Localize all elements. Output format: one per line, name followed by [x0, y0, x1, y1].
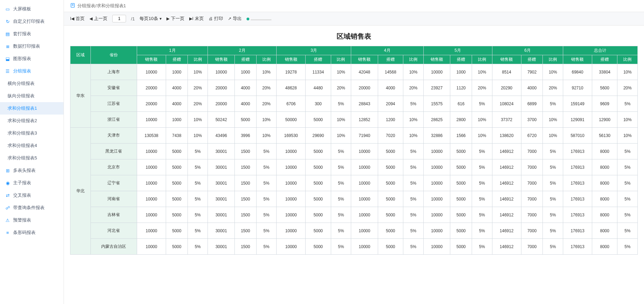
- data-cell: 5%: [617, 223, 638, 239]
- data-cell: 616: [450, 96, 472, 112]
- data-cell: 92710: [563, 80, 592, 96]
- data-cell: 37372: [492, 112, 521, 128]
- zoom-slider[interactable]: [247, 16, 271, 21]
- header-metric: 销售额: [137, 55, 166, 64]
- data-cell: 146912: [492, 159, 521, 175]
- data-cell: 10%: [472, 64, 492, 80]
- data-cell: 10%: [403, 64, 424, 80]
- data-cell: 10%: [256, 128, 277, 144]
- sidebar-item-8[interactable]: ⇄交叉报表: [0, 189, 64, 202]
- sidebar-item-10[interactable]: ⚠预警报表: [0, 214, 64, 226]
- province-cell: 上海市: [90, 64, 137, 80]
- data-cell: 5%: [256, 191, 277, 207]
- sidebar-item-0[interactable]: ▭大屏模板: [0, 3, 64, 15]
- data-cell: 5%: [472, 175, 492, 191]
- sidebar-sub-item-6[interactable]: 求和分组报表5: [0, 152, 64, 164]
- data-cell: 12852: [351, 112, 378, 128]
- data-cell: 5%: [617, 175, 638, 191]
- sidebar-item-label: 数据打印报表: [13, 43, 40, 49]
- data-cell: 5000: [306, 144, 331, 159]
- data-cell: 5%: [543, 144, 563, 159]
- data-cell: 176913: [563, 144, 592, 159]
- data-cell: 4000: [234, 80, 256, 96]
- first-page-button[interactable]: I◀首页: [70, 16, 85, 22]
- last-page-button[interactable]: ▶I末页: [189, 16, 204, 22]
- barcode-icon: ≡: [5, 230, 10, 235]
- data-cell: 10000: [351, 191, 378, 207]
- header-metric: 搭赠: [306, 55, 331, 64]
- prev-page-button[interactable]: ◀上一页: [89, 16, 107, 22]
- data-cell: 10%: [188, 64, 208, 80]
- sidebar-item-9[interactable]: ☍带查询条件报表: [0, 202, 64, 214]
- sidebar-item-1[interactable]: ↻自定义打印报表: [0, 15, 64, 28]
- sidebar-sub-item-5[interactable]: 求和分组报表4: [0, 139, 64, 152]
- sidebar-item-label: 自定义打印报表: [13, 18, 45, 24]
- data-cell: 129091: [563, 112, 592, 128]
- data-cell: 7438: [166, 128, 188, 144]
- filter-icon: ☍: [5, 205, 10, 210]
- export-button[interactable]: ↗导出: [228, 16, 242, 22]
- data-cell: 20%: [188, 96, 208, 112]
- sidebar-item-7[interactable]: ◉主子报表: [0, 177, 64, 189]
- data-cell: 5000: [166, 144, 188, 159]
- data-cell: 71940: [351, 128, 378, 144]
- table-row: 内蒙古自治区1000050005%3000115005%1000050005%1…: [70, 239, 638, 255]
- header-metric: 比例: [331, 55, 351, 64]
- data-cell: 176913: [563, 191, 592, 207]
- next-page-button[interactable]: ▶下一页: [166, 16, 184, 22]
- region-cell: 华东: [70, 64, 91, 128]
- table-row: 华东上海市10000100010%10000100010%19278113341…: [70, 64, 638, 80]
- sidebar-item-2[interactable]: ▤套打报表: [0, 28, 64, 40]
- sidebar-sub-item-2[interactable]: 求和分组报表1: [0, 102, 64, 115]
- table-row: 河北省1000050005%3000115005%1000050005%1000…: [70, 223, 638, 239]
- data-cell: 5%: [188, 159, 208, 175]
- data-cell: 5%: [331, 239, 351, 255]
- export-icon: ↗: [228, 16, 231, 21]
- sidebar-item-11[interactable]: ≡条形码报表: [0, 226, 64, 239]
- data-cell: 5%: [331, 144, 351, 159]
- header-month-5: 6月: [492, 46, 563, 55]
- sidebar-item-4[interactable]: ⬓图形报表: [0, 52, 64, 65]
- data-cell: 146912: [492, 144, 521, 159]
- data-cell: 5000: [166, 207, 188, 223]
- sidebar-sub-item-4[interactable]: 求和分组报表3: [0, 127, 64, 139]
- data-cell: 10000: [351, 239, 378, 255]
- data-cell: 5000: [450, 207, 472, 223]
- data-cell: 5%: [188, 144, 208, 159]
- sidebar-item-5[interactable]: ☰分组报表: [0, 65, 64, 77]
- header-metric: 销售额: [492, 55, 521, 64]
- data-cell: 1500: [234, 223, 256, 239]
- grid-icon: ⊞: [5, 168, 10, 173]
- print-button[interactable]: 🖨打印: [209, 16, 223, 22]
- data-cell: 11334: [306, 64, 331, 80]
- data-cell: 5%: [617, 144, 638, 159]
- sidebar-item-6[interactable]: ⊞多表头报表: [0, 164, 64, 177]
- data-cell: 1500: [234, 239, 256, 255]
- warn-icon: ⚠: [5, 217, 10, 223]
- sidebar-item-3[interactable]: ≣数据打印报表: [0, 40, 64, 52]
- data-cell: 30001: [208, 239, 235, 255]
- table-row: 江苏省20000400020%20000400020%67063005%2884…: [70, 96, 638, 112]
- data-cell: 7000: [521, 191, 543, 207]
- data-cell: 10000: [423, 239, 450, 255]
- header-metric: 销售额: [208, 55, 235, 64]
- page-number-input[interactable]: [112, 15, 126, 22]
- page-size-dropdown[interactable]: 每页10条▾: [140, 16, 161, 22]
- sidebar-sub-item-0[interactable]: 横向分组报表: [0, 77, 64, 90]
- data-cell: 176913: [563, 223, 592, 239]
- data-cell: 5000: [378, 223, 403, 239]
- header-metric: 搭赠: [234, 55, 256, 64]
- sidebar-sub-item-1[interactable]: 纵向分组报表: [0, 90, 64, 102]
- header-month-1: 2月: [208, 46, 277, 55]
- refresh-icon: ↻: [5, 19, 10, 24]
- chevron-down-icon: ▾: [160, 16, 162, 21]
- data-cell: 5000: [306, 175, 331, 191]
- data-cell: 5000: [166, 191, 188, 207]
- sidebar-sub-item-3[interactable]: 求和分组报表2: [0, 115, 64, 127]
- data-cell: 10000: [137, 144, 166, 159]
- data-cell: 10000: [423, 207, 450, 223]
- header-metric: 比例: [256, 55, 277, 64]
- data-cell: 5000: [378, 191, 403, 207]
- data-cell: 5%: [472, 96, 492, 112]
- sidebar-item-label: 套打报表: [13, 31, 31, 37]
